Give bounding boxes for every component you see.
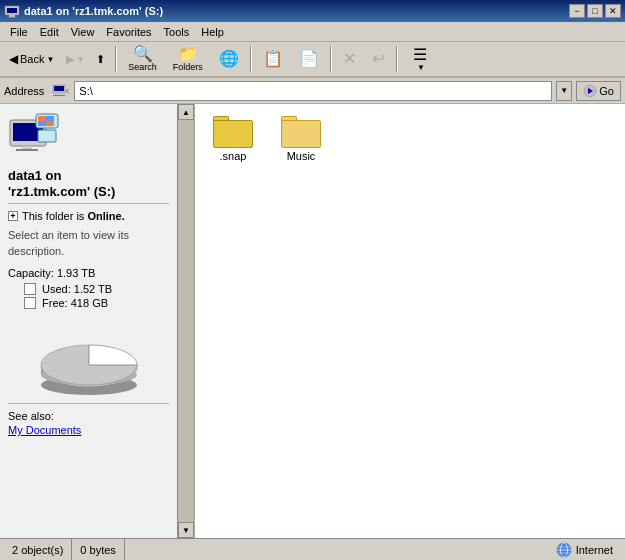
svg-rect-16 [38,130,56,142]
address-dropdown-button[interactable]: ▼ [556,81,572,101]
folders-label: Folders [173,62,203,72]
zone-section: Internet [548,542,621,558]
left-panel-scrollbar: ▲ ▼ [177,104,193,538]
scrollbar-track[interactable] [178,120,193,522]
go-label: Go [599,85,614,97]
svg-line-9 [66,91,69,93]
list-item[interactable]: Music [271,112,331,164]
main-content: data1 on 'rz1.tmk.com' (S:) + This folde… [0,104,625,538]
window-icon [4,3,20,19]
menu-help[interactable]: Help [195,25,230,39]
used-label: Used: 1.52 TB [42,283,112,295]
go-button[interactable]: Go [576,81,621,101]
move-icon: 📄 [299,51,319,67]
forward-button[interactable]: ▶ ▼ [61,44,89,74]
address-bar: Address S:\ ▼ Go [0,78,625,104]
menu-tools[interactable]: Tools [158,25,196,39]
free-checkbox [24,297,36,309]
views-button[interactable]: ☰ ▼ [402,44,438,74]
go-icon [583,84,597,98]
free-label: Free: 418 GB [42,297,108,309]
menu-view[interactable]: View [65,25,101,39]
title-bar: data1 on 'rz1.tmk.com' (S:) − □ ✕ [0,0,625,22]
svg-rect-2 [9,15,15,17]
expand-button[interactable]: + [8,211,18,221]
see-also-section: See also: My Documents [8,403,169,436]
copy-icon: 📋 [263,51,283,67]
list-item[interactable]: .snap [203,112,263,164]
separator-2 [250,46,252,72]
left-panel-container: data1 on 'rz1.tmk.com' (S:) + This folde… [0,104,195,538]
address-value: S:\ [79,85,92,97]
menu-favorites[interactable]: Favorites [100,25,157,39]
search-button[interactable]: 🔍 Search [121,44,164,74]
forward-icon: ▶ [66,53,74,66]
used-item: Used: 1.52 TB [24,283,169,295]
folder-music-icon [281,114,321,148]
drive-title: data1 on 'rz1.tmk.com' (S:) [8,168,169,199]
pie-chart [34,325,144,395]
up-button[interactable]: ⬆ [91,44,111,74]
folders-icon: 📁 [178,46,198,62]
back-dropdown-icon: ▼ [46,55,54,64]
left-panel: data1 on 'rz1.tmk.com' (S:) + This folde… [0,104,177,538]
undo-icon: ↩ [372,51,385,67]
maximize-button[interactable]: □ [587,4,603,18]
drive-icon [8,112,64,160]
svg-rect-6 [55,93,60,95]
undo-button[interactable]: ↩ [365,44,392,74]
svg-rect-20 [46,121,54,126]
internet-icon [556,542,572,558]
address-input[interactable]: S:\ [74,81,552,101]
toolbar: ◀ Back ▼ ▶ ▼ ⬆ 🔍 Search 📁 Folders 🌐 📋 📄 … [0,42,625,78]
svg-rect-18 [46,116,54,121]
separator-3 [330,46,332,72]
address-label: Address [4,85,44,97]
views-dropdown-icon: ▼ [417,63,425,72]
status-bar: 2 object(s) 0 bytes Internet [0,538,625,560]
separator-1 [115,46,117,72]
size-section: 0 bytes [72,539,124,560]
back-label: Back [20,53,44,65]
copy-to-button[interactable]: 📋 [256,44,290,74]
delete-button[interactable]: ✕ [336,44,363,74]
close-button[interactable]: ✕ [605,4,621,18]
window-controls: − □ ✕ [569,4,621,18]
history-button[interactable]: 🌐 [212,44,246,74]
menu-edit[interactable]: Edit [34,25,65,39]
address-drive-icon [52,83,70,99]
history-icon: 🌐 [219,51,239,67]
svg-rect-3 [7,17,17,18]
menu-file[interactable]: File [4,25,34,39]
folders-button[interactable]: 📁 Folders [166,44,210,74]
svg-rect-5 [54,86,64,91]
object-count: 2 object(s) [12,544,63,556]
back-button[interactable]: ◀ Back ▼ [4,44,59,74]
search-icon: 🔍 [133,46,153,62]
scrollbar-down-button[interactable]: ▼ [178,522,194,538]
description-text: Select an item to view its description. [8,228,169,259]
folder-music-label: Music [287,150,316,162]
window-title: data1 on 'rz1.tmk.com' (S:) [24,5,163,17]
forward-dropdown-icon: ▼ [76,55,84,64]
svg-rect-7 [53,95,65,96]
up-icon: ⬆ [96,53,105,66]
zone-label: Internet [576,544,613,556]
size-value: 0 bytes [80,544,115,556]
views-icon: ☰ [413,47,427,63]
panel-online-section: + This folder is Online. Select an item … [8,203,169,259]
capacity-label: Capacity: 1.93 TB [8,267,169,279]
capacity-section: Capacity: 1.93 TB Used: 1.52 TB Free: 41… [8,267,169,309]
folder-snap-label: .snap [220,150,247,162]
see-also-label: See also: [8,410,169,422]
svg-rect-14 [16,149,38,151]
separator-4 [396,46,398,72]
minimize-button[interactable]: − [569,4,585,18]
my-documents-link[interactable]: My Documents [8,424,81,436]
menu-bar: File Edit View Favorites Tools Help [0,22,625,42]
svg-rect-19 [38,121,46,126]
online-row: + This folder is Online. [8,210,169,222]
move-to-button[interactable]: 📄 [292,44,326,74]
right-panel: .snap Music [195,104,625,538]
scrollbar-up-button[interactable]: ▲ [178,104,194,120]
